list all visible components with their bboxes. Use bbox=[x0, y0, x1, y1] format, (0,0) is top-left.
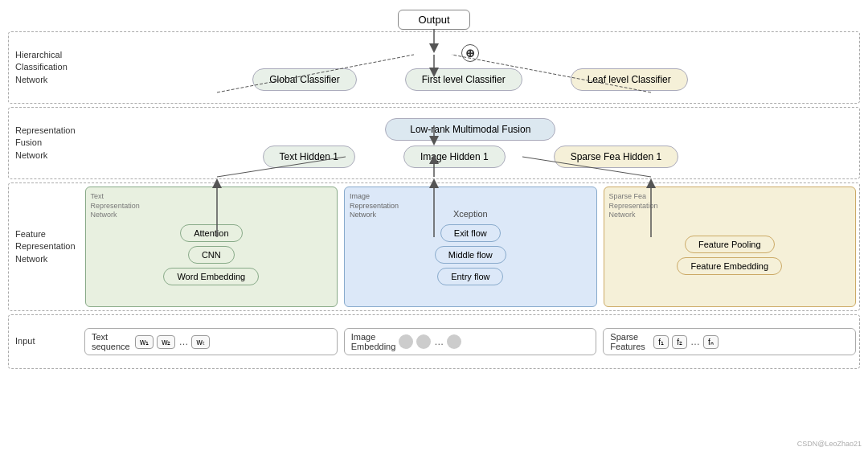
fusion-box: Low-rank Multimodal Fusion bbox=[385, 118, 555, 141]
text-hidden: Text Hidden 1 bbox=[263, 146, 355, 168]
plus-circle: ⊕ bbox=[461, 44, 479, 62]
feature-embedding-box: Feature Embedding bbox=[677, 257, 782, 275]
main-container: Output Hierarchical Classification Netwo… bbox=[0, 0, 868, 451]
fusion-content: Low-rank Multimodal Fusion Text Hidden 1… bbox=[82, 108, 859, 178]
word-embedding-box: Word Embedding bbox=[163, 268, 259, 285]
input-section: Input Textsequence w₁ w₂ … wₜ ImageEmbed… bbox=[8, 314, 860, 369]
first-level-classifier: First level Classifier bbox=[405, 68, 522, 91]
image-block-label: ImageRepresentationNetwork bbox=[350, 192, 399, 220]
fusion-label: Representation Fusion Network bbox=[9, 108, 82, 178]
image-emb-label: ImageEmbedding bbox=[351, 332, 396, 351]
token-f1: f₁ bbox=[653, 335, 669, 349]
token-w2: w₂ bbox=[157, 335, 175, 349]
circle-token-3 bbox=[447, 334, 461, 349]
hierarchical-section: Hierarchical Classification Network ⊕ Gl… bbox=[8, 31, 860, 104]
text-sequence-block: Textsequence w₁ w₂ … wₜ bbox=[84, 328, 338, 355]
attention-box: Attention bbox=[180, 224, 242, 242]
output-box: Output bbox=[398, 10, 469, 30]
token-fn: fₙ bbox=[703, 335, 719, 349]
image-embedding-block: ImageEmbedding … bbox=[344, 328, 597, 355]
watermark: CSDN@LeoZhao21 bbox=[797, 440, 862, 448]
circle-token-1 bbox=[399, 334, 413, 349]
sparse-feature-block: Sparse FeaRepresentationNetwork Feature … bbox=[604, 187, 856, 307]
text-seq-label: Textsequence bbox=[92, 332, 132, 351]
input-content: Textsequence w₁ w₂ … wₜ ImageEmbedding …… bbox=[81, 315, 859, 368]
feature-label: Feature Representation Network bbox=[9, 183, 82, 310]
feature-section: Feature Representation Network TextRepre… bbox=[8, 182, 860, 311]
token-f2: f₂ bbox=[672, 335, 687, 349]
cnn-box: CNN bbox=[188, 246, 235, 264]
input-label: Input bbox=[9, 315, 81, 368]
global-classifier: Global Classifier bbox=[252, 68, 356, 91]
hierarchical-content: ⊕ Global Classifier First level Classifi… bbox=[81, 32, 859, 103]
token-dots-text: … bbox=[178, 336, 188, 347]
token-dots-image: … bbox=[434, 336, 444, 347]
feature-pooling-box: Feature Pooling bbox=[685, 236, 775, 253]
sparse-hidden: Sparse Fea Hidden 1 bbox=[554, 146, 678, 168]
text-block-label: TextRepresentationNetwork bbox=[91, 192, 140, 220]
leaf-classifier: Leaf level Classifier bbox=[571, 68, 688, 91]
output-section: Output bbox=[8, 6, 860, 31]
token-w1: w₁ bbox=[135, 335, 154, 349]
exit-flow-box: Exit flow bbox=[440, 224, 501, 242]
token-wt: wₜ bbox=[191, 335, 209, 349]
hierarchical-label: Hierarchical Classification Network bbox=[9, 32, 81, 103]
hidden-row: Text Hidden 1 Image Hidden 1 Sparse Fea … bbox=[85, 146, 856, 168]
image-hidden: Image Hidden 1 bbox=[403, 146, 506, 168]
image-feature-block: ImageRepresentationNetwork Xception Exit… bbox=[344, 187, 596, 307]
middle-flow-box: Middle flow bbox=[435, 246, 506, 264]
sparse-features-block: SparseFeatures f₁ f₂ … fₙ bbox=[603, 328, 856, 355]
feature-rep-content: TextRepresentationNetwork Attention CNN … bbox=[82, 183, 859, 310]
token-dots-sparse: … bbox=[690, 336, 700, 347]
entry-flow-box: Entry flow bbox=[437, 268, 503, 285]
classifier-row: Global Classifier First level Classifier… bbox=[84, 68, 856, 91]
xception-label: Xception bbox=[453, 209, 488, 219]
fusion-section: Representation Fusion Network Low-rank M… bbox=[8, 107, 860, 179]
sparse-block-label: Sparse FeaRepresentationNetwork bbox=[609, 192, 658, 220]
sparse-feat-label: SparseFeatures bbox=[610, 332, 650, 351]
text-feature-block: TextRepresentationNetwork Attention CNN … bbox=[85, 187, 338, 307]
circle-token-2 bbox=[416, 334, 431, 349]
